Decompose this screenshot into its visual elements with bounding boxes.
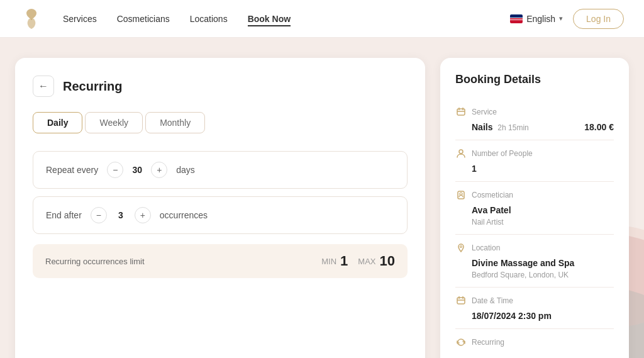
language-selector[interactable]: English ▾ [510,14,563,24]
card-header: ← Recurring [33,76,408,97]
tab-group: Daily Weekly Monthly [33,112,408,133]
min-label: MIN [321,257,336,266]
repeat-increment-button[interactable]: + [151,162,167,178]
recurring-header: Recurring [455,337,614,348]
cosmetician-section-label: Cosmetician [472,191,513,199]
cosmetician-icon [455,189,467,201]
min-value: 1 [340,253,348,269]
svg-point-6 [459,150,463,154]
booking-location-row: Location Divine Massage and Spa Bedford … [455,235,614,288]
end-after-label: End after [46,210,82,220]
end-after-increment-button[interactable]: + [135,207,151,223]
repeat-decrement-button[interactable]: − [107,162,123,178]
service-section-label: Service [472,108,497,116]
service-name-duration: Nails 2h 15min [472,122,529,132]
location-address: Bedford Square, London, UK [455,271,614,279]
nav-links: Services Cosmeticians Locations Book Now [63,11,510,26]
booking-service-row: Service Nails 2h 15min 18.00 € [455,99,614,140]
recurring-icon [455,337,467,348]
chevron-down-icon: ▾ [559,14,563,23]
people-section-label: Number of People [472,149,533,158]
tab-monthly[interactable]: Monthly [145,112,205,133]
end-after-row: End after − 3 + occurrences [46,207,394,223]
repeat-value: 30 [130,165,145,175]
login-button[interactable]: Log In [573,9,624,29]
repeat-every-label: Repeat every [46,165,98,175]
max-value: 10 [380,253,395,269]
repeat-unit: days [176,165,195,175]
service-icon-booking [455,106,467,118]
page-title: Recurring [63,79,122,94]
max-label: MAX [358,257,375,266]
cosmetician-main-line: Ava Patel [455,205,614,215]
service-main-line: Nails 2h 15min 18.00 € [455,122,614,132]
booking-datetime-row: Date & Time 18/07/2024 2:30 pm [455,288,614,329]
location-section-label: Location [472,243,500,252]
repeat-stepper: − 30 + [107,162,167,178]
cosmetician-role: Nail Artist [455,218,614,227]
location-icon [455,242,467,254]
booking-cosmetician-row: Cosmetician Ava Patel Nail Artist [455,182,614,235]
location-main-line: Divine Massage and Spa [455,258,614,268]
booking-details-card: Booking Details Service Nails 2h 15min 1… [440,58,629,358]
main-content: ← Recurring Daily Weekly Monthly Repeat … [0,38,644,358]
occurrences-limit-label: Recurring occurrences limit [45,257,145,266]
min-item: MIN 1 [321,253,348,269]
nav-cosmeticians[interactable]: Cosmeticians [117,11,170,26]
svg-point-9 [460,246,462,248]
people-icon [455,148,467,159]
recurring-label: Recurring [472,338,504,347]
datetime-icon [455,295,467,306]
service-name-text: Nails [472,122,492,132]
booking-people-row: Number of People 1 [455,140,614,182]
flag-icon [510,14,523,23]
cosmetician-header: Cosmetician [455,189,614,201]
booking-recurring-row: Recurring [455,329,614,358]
service-duration-text: 2h 15min [497,123,528,132]
service-price: 18.00 € [584,122,614,132]
min-max-display: MIN 1 MAX 10 [321,253,395,269]
booking-details-title: Booking Details [455,73,614,86]
svg-rect-10 [457,298,465,304]
datetime-header: Date & Time [455,295,614,306]
tab-daily[interactable]: Daily [33,112,82,133]
people-header: Number of People [455,148,614,159]
occurrences-limit-box: Recurring occurrences limit MIN 1 MAX 10 [33,244,408,278]
svg-point-8 [460,193,462,195]
back-button[interactable]: ← [33,76,54,97]
recurring-card: ← Recurring Daily Weekly Monthly Repeat … [15,58,425,358]
end-after-unit: occurrences [160,210,208,220]
end-after-decrement-button[interactable]: − [91,207,107,223]
datetime-section-label: Date & Time [472,296,513,305]
navbar: Services Cosmeticians Locations Book Now… [0,0,644,38]
language-label: English [526,14,555,24]
logo[interactable] [20,8,43,30]
tab-weekly[interactable]: Weekly [85,112,143,133]
end-after-value: 3 [113,210,128,220]
people-value: 1 [455,164,614,174]
datetime-main-line: 18/07/2024 2:30 pm [455,311,614,321]
repeat-every-row: Repeat every − 30 + days [46,162,394,178]
nav-booknow[interactable]: Book Now [248,11,291,26]
nav-locations[interactable]: Locations [190,11,228,26]
cosmetician-name: Ava Patel [472,205,511,215]
location-name: Divine Massage and Spa [472,258,574,268]
location-header: Location [455,242,614,254]
navbar-right: English ▾ Log In [510,9,624,29]
end-after-section: End after − 3 + occurrences [33,196,408,234]
end-after-stepper: − 3 + [91,207,151,223]
service-header: Service [455,106,614,118]
repeat-every-section: Repeat every − 30 + days [33,151,408,189]
nav-services[interactable]: Services [63,11,97,26]
max-item: MAX 10 [358,253,395,269]
datetime-value: 18/07/2024 2:30 pm [472,311,552,321]
svg-rect-5 [457,109,465,115]
